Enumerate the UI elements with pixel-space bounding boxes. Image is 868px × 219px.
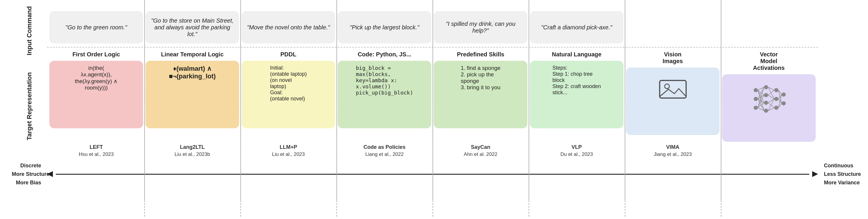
rep-col-vector: Vector Model Activations <box>722 51 816 142</box>
target-representation-label-wrapper: Target Representation <box>12 53 47 160</box>
rep-label-skills: Predefined Skills <box>434 51 527 58</box>
svg-point-5 <box>764 85 768 89</box>
svg-point-11 <box>774 106 778 110</box>
citation-name-ltl: Lang2LTL <box>146 144 239 151</box>
cmd-col-vector <box>722 11 816 43</box>
input-command-label-wrapper: Input Command <box>12 9 47 53</box>
full-wrapper: Input Command Target Representation "Go … <box>12 9 856 187</box>
cmd-box-vision <box>626 11 720 43</box>
citation-nl: VLP Du et al., 2023 <box>530 144 623 158</box>
cmd-col-skills: "I spilled my drink, can you help?" <box>434 11 527 43</box>
rows-area: Input Command Target Representation "Go … <box>12 9 856 160</box>
cmd-box-ltl: "Go to the store on Main Street, and alw… <box>146 11 239 43</box>
rep-box-pddl: Initial: (ontable laptop) (on novel lapt… <box>242 61 335 128</box>
citation-fol: LEFT Hsu et al., 2023 <box>50 144 143 158</box>
citation-vision: VIMA Jiang et al., 2023 <box>626 144 720 158</box>
rep-box-vision <box>626 68 720 135</box>
cmd-col-vision <box>626 11 720 43</box>
rep-box-ltl: ♦(walmart) ∧ ■¬(parking_lot) <box>146 61 239 128</box>
citation-vector <box>722 144 816 158</box>
citation-name-pddl: LLM+P <box>242 144 335 151</box>
rep-content-code: big_block = max(blocks, key=lambda x: x.… <box>356 65 413 96</box>
svg-point-9 <box>774 88 778 92</box>
svg-point-13 <box>782 101 786 105</box>
citation-name-fol: LEFT <box>50 144 143 151</box>
cmd-box-nl: "Craft a diamond pick-axe." <box>530 11 623 43</box>
rep-label-vector: Vector Model Activations <box>722 51 816 71</box>
rep-box-fol: in(the( λx.agent(x)), the(λy.green(y) ∧ … <box>50 61 143 128</box>
input-command-row: "Go to the green room." "Go to the store… <box>47 9 818 47</box>
citation-ref-skills: Ahn et al. 2022 <box>434 151 527 158</box>
citation-ref-vision: Jiang et al., 2023 <box>626 151 720 158</box>
cmd-box-fol: "Go to the green room." <box>50 11 143 43</box>
image-icon <box>658 77 688 101</box>
citation-name-vision: VIMA <box>626 144 720 151</box>
rep-content-skills: 1. find a sponge 2. pick up the sponge 3… <box>461 65 500 91</box>
axis-arrow-right <box>812 171 818 177</box>
citation-name-code: Code as Policies <box>338 144 431 151</box>
svg-point-3 <box>754 97 758 101</box>
citation-ref-pddl: Liu et al., 2023 <box>242 151 335 158</box>
main-container: Input Command Target Representation "Go … <box>0 0 868 192</box>
citation-ltl: Lang2LTL Liu et al., 2023b <box>146 144 239 158</box>
rep-label-vision: Vision Images <box>626 51 720 65</box>
axis-label-left: Discrete More Structure More Bias <box>12 161 43 187</box>
rep-label-pddl: PDDL <box>242 51 335 58</box>
citation-ref-ltl: Liu et al., 2023b <box>146 151 239 158</box>
rep-content-ltl: ♦(walmart) ∧ ■¬(parking_lot) <box>169 65 216 80</box>
axis-label-left-wrapper: Discrete More Structure More Bias <box>12 161 47 187</box>
rep-label-nl: Natural Language <box>530 51 623 58</box>
axis-label-right-wrapper: Continuous Less Structure More Variance <box>818 161 856 187</box>
rep-col-ltl: Linear Temporal Logic ♦(walmart) ∧ ■¬(pa… <box>146 51 239 142</box>
svg-point-4 <box>754 106 758 110</box>
svg-point-6 <box>764 93 768 97</box>
svg-point-1 <box>665 84 670 89</box>
target-representation-label: Target Representation <box>26 72 33 140</box>
left-label-col: Input Command Target Representation <box>12 9 47 160</box>
cmd-box-skills: "I spilled my drink, can you help?" <box>434 11 527 43</box>
axis-arrow-left <box>47 171 53 177</box>
rep-col-pddl: PDDL Initial: (ontable laptop) (on novel… <box>242 51 335 142</box>
rep-col-vision: Vision Images <box>626 51 720 142</box>
cmd-box-vector <box>722 11 816 43</box>
citation-ref-code: Liang et al., 2022 <box>338 151 431 158</box>
cmd-box-code: "Pick up the largest block." <box>338 11 431 43</box>
cmd-col-nl: "Craft a diamond pick-axe." <box>530 11 623 43</box>
axis-row: Discrete More Structure More Bias Contin… <box>12 161 856 187</box>
cmd-col-code: "Pick up the largest block." <box>338 11 431 43</box>
cmd-col-fol: "Go to the green room." <box>50 11 143 43</box>
rep-content-nl: Steps: Step 1: chop tree block Step 2: c… <box>552 65 601 96</box>
citation-name-nl: VLP <box>530 144 623 151</box>
rep-box-vector <box>722 74 816 142</box>
svg-point-7 <box>764 101 768 105</box>
rep-box-nl: Steps: Step 1: chop tree block Step 2: c… <box>530 61 623 128</box>
citation-code: Code as Policies Liang et al., 2022 <box>338 144 431 158</box>
rep-label-fol: First Order Logic <box>50 51 143 58</box>
target-representation-row: First Order Logic in(the( λx.agent(x)), … <box>47 47 818 142</box>
cmd-col-pddl: "Move the novel onto the table." <box>242 11 335 43</box>
svg-point-2 <box>754 88 758 92</box>
citation-name-skills: SayCan <box>434 144 527 151</box>
rep-label-ltl: Linear Temporal Logic <box>146 51 239 58</box>
axis-label-right: Continuous Less Structure More Variance <box>822 161 856 187</box>
rep-col-nl: Natural Language Steps: Step 1: chop tre… <box>530 51 623 142</box>
center-area: "Go to the green room." "Go to the store… <box>47 9 818 160</box>
svg-point-8 <box>764 109 768 113</box>
cmd-box-pddl: "Move the novel onto the table." <box>242 11 335 43</box>
rep-col-fol: First Order Logic in(the( λx.agent(x)), … <box>50 51 143 142</box>
rep-content-pddl: Initial: (ontable laptop) (on novel lapt… <box>270 65 307 102</box>
citation-ref-nl: Du et al., 2023 <box>530 151 623 158</box>
rep-col-code: Code: Python, JS... big_block = max(bloc… <box>338 51 431 142</box>
citation-pddl: LLM+P Liu et al., 2023 <box>242 144 335 158</box>
citation-skills: SayCan Ahn et al. 2022 <box>434 144 527 158</box>
citation-row: LEFT Hsu et al., 2023 Lang2LTL Liu et al… <box>47 142 818 160</box>
axis-line <box>56 174 809 175</box>
rep-label-code: Code: Python, JS... <box>338 51 431 58</box>
rep-box-code: big_block = max(blocks, key=lambda x: x.… <box>338 61 431 128</box>
input-command-label: Input Command <box>26 6 33 55</box>
right-spacer <box>818 9 856 160</box>
neural-network-icon <box>751 81 786 116</box>
svg-point-10 <box>774 97 778 101</box>
rep-box-skills: 1. find a sponge 2. pick up the sponge 3… <box>434 61 527 128</box>
svg-point-12 <box>782 93 786 97</box>
